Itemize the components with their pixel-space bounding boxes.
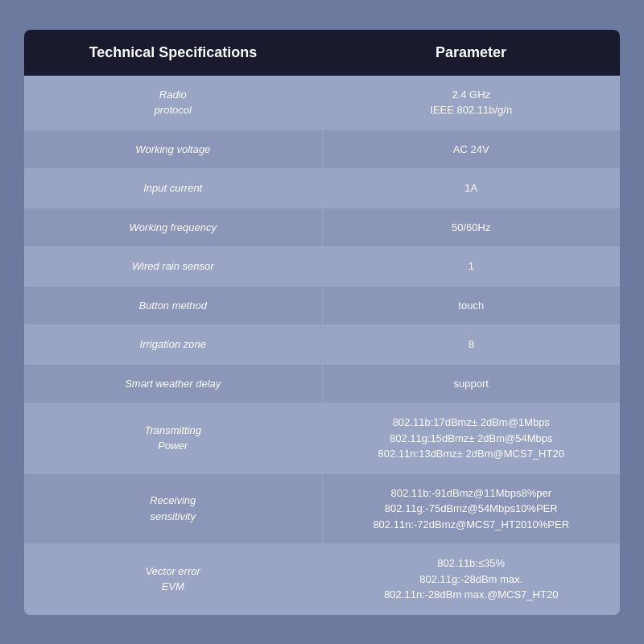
table-row: Smart weather delaysupport xyxy=(24,365,620,404)
param-cell: 8 xyxy=(323,325,621,364)
param-cell: 802.11b:≤35% 802.11g:-28dBm max. 802.11n… xyxy=(323,544,621,614)
table-row: Button methodtouch xyxy=(24,287,620,326)
param-cell: 1 xyxy=(323,247,621,286)
table-row: Transmitting Power802.11b:17dBmz± 2dBm@1… xyxy=(24,403,620,474)
param-cell: 2.4 GHz IEEE 802.11b/g/n xyxy=(323,76,621,130)
table-row: Input current1A xyxy=(24,169,620,208)
spec-cell: Receiving sensitivity xyxy=(24,474,323,544)
spec-cell: Input current xyxy=(24,169,323,208)
param-cell: touch xyxy=(323,287,621,325)
table-row: Radio protocol2.4 GHz IEEE 802.11b/g/n xyxy=(24,76,620,130)
table-body: Radio protocol2.4 GHz IEEE 802.11b/g/nWo… xyxy=(24,76,620,615)
param-cell: 50/60Hz xyxy=(323,208,621,247)
header-param: Parameter xyxy=(322,44,620,61)
param-cell: 802.11b:-91dBmz@11Mbps8%per 802.11g:-75d… xyxy=(323,474,621,544)
spec-cell: Smart weather delay xyxy=(24,365,323,403)
table-row: Receiving sensitivity802.11b:-91dBmz@11M… xyxy=(24,474,620,545)
param-cell: AC 24V xyxy=(323,130,621,169)
table-row: Irrigation zone8 xyxy=(24,325,620,365)
header-specs: Technical Specifications xyxy=(24,44,322,61)
spec-cell: Vector error EVM xyxy=(24,544,323,614)
table-row: Vector error EVM802.11b:≤35% 802.11g:-28… xyxy=(24,544,620,615)
spec-cell: Button method xyxy=(24,287,323,325)
table-row: Working voltageAC 24V xyxy=(24,130,620,170)
table-row: Working frequency50/60Hz xyxy=(24,208,620,248)
spec-cell: Working voltage xyxy=(24,130,323,169)
param-cell: 802.11b:17dBmz± 2dBm@1Mbps 802.11g:15dBm… xyxy=(323,403,621,473)
spec-cell: Irrigation zone xyxy=(24,325,323,364)
spec-cell: Wired rain sensor xyxy=(24,247,323,286)
table-row: Wired rain sensor1 xyxy=(24,247,620,287)
spec-cell: Working frequency xyxy=(24,208,323,247)
table-header: Technical Specifications Parameter xyxy=(24,30,620,76)
spec-cell: Transmitting Power xyxy=(24,403,323,473)
param-cell: 1A xyxy=(323,169,621,208)
param-cell: support xyxy=(323,365,621,403)
specs-table: Technical Specifications Parameter Radio… xyxy=(24,30,620,615)
spec-cell: Radio protocol xyxy=(24,76,323,130)
